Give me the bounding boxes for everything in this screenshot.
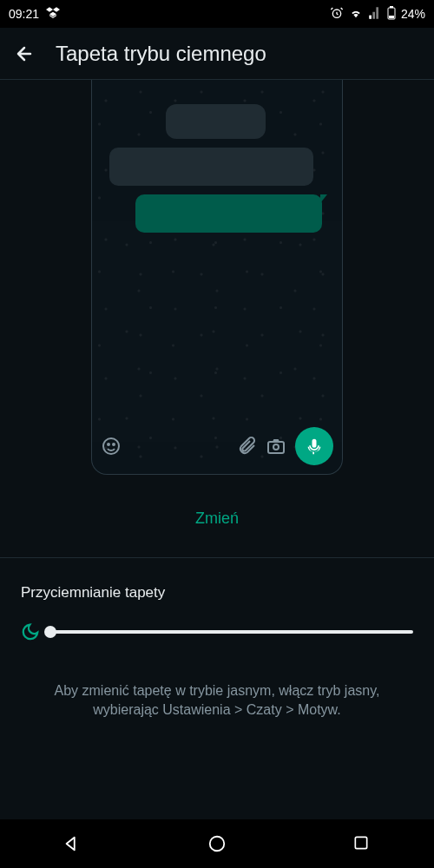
svg-rect-3: [389, 16, 394, 18]
status-time: 09:21: [9, 7, 39, 21]
battery-icon: [387, 6, 396, 23]
svg-rect-7: [268, 442, 284, 453]
nav-back-icon[interactable]: [62, 834, 82, 853]
preview-input-bar: [101, 427, 333, 465]
nav-home-icon[interactable]: [207, 834, 227, 853]
signal-icon: [368, 6, 382, 23]
app-header: Tapeta trybu ciemnego: [0, 28, 434, 80]
moon-icon: [21, 622, 40, 641]
dimming-section: Przyciemnianie tapety: [0, 558, 434, 641]
svg-rect-2: [390, 6, 393, 8]
doodle-pattern: [92, 80, 342, 474]
preview-bubble-outgoing: [135, 194, 322, 233]
svg-point-6: [113, 444, 115, 445]
svg-point-5: [108, 444, 109, 445]
battery-percent: 24%: [401, 7, 425, 21]
status-bar: 09:21 24%: [0, 0, 434, 28]
svg-point-4: [103, 438, 119, 454]
nav-recent-icon[interactable]: [352, 834, 372, 853]
emoji-icon: [101, 436, 122, 457]
dimming-slider[interactable]: [50, 630, 413, 634]
mic-button: [295, 427, 333, 465]
svg-rect-10: [355, 837, 366, 848]
dropbox-icon: [46, 6, 60, 23]
wifi-icon: [349, 6, 363, 23]
change-button[interactable]: Zmień: [0, 475, 434, 557]
back-arrow-icon[interactable]: [14, 43, 35, 64]
camera-icon: [266, 436, 286, 457]
slider-thumb[interactable]: [44, 626, 56, 638]
page-title: Tapeta trybu ciemnego: [56, 42, 266, 66]
preview-bubble-date: [166, 104, 266, 139]
alarm-icon: [330, 6, 344, 23]
svg-point-8: [273, 444, 279, 450]
attach-icon: [236, 436, 257, 457]
dimming-label: Przyciemnianie tapety: [21, 584, 413, 602]
hint-text: Aby zmienić tapetę w trybie jasnym, włąc…: [0, 641, 434, 720]
navigation-bar: [0, 819, 434, 868]
wallpaper-preview: [91, 80, 343, 475]
preview-bubble-incoming: [109, 148, 313, 186]
svg-point-9: [210, 837, 225, 852]
